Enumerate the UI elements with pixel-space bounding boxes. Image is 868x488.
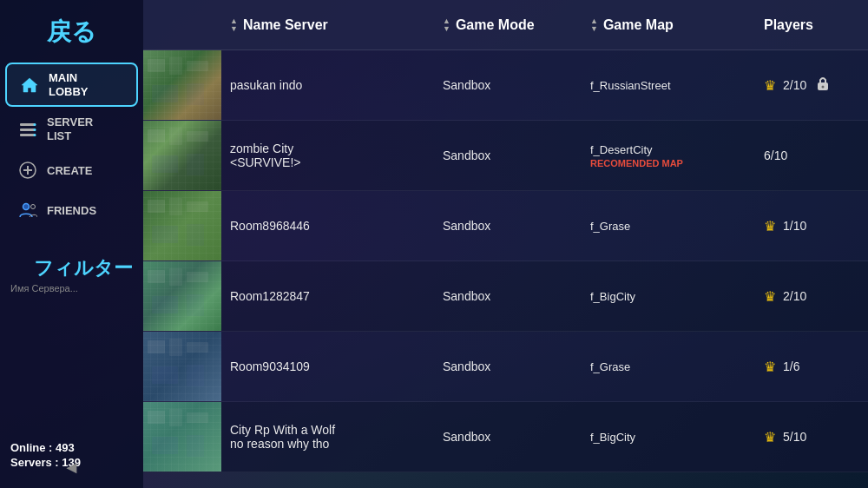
th-players: Players bbox=[755, 17, 868, 33]
nav-icon-server-list bbox=[16, 117, 40, 142]
row-players: ♛2/10 bbox=[755, 67, 868, 104]
th-label-mode: Game Mode bbox=[456, 17, 535, 33]
row-game-mode: Sandbox bbox=[434, 353, 582, 380]
svg-rect-35 bbox=[148, 270, 165, 283]
svg-rect-38 bbox=[152, 296, 178, 313]
row-thumbnail bbox=[143, 402, 221, 472]
row-thumbnail bbox=[143, 261, 221, 331]
table-row[interactable]: City Rp With a Wolf no reason why thoSan… bbox=[143, 402, 868, 472]
svg-rect-12 bbox=[148, 59, 165, 72]
svg-rect-15 bbox=[152, 85, 178, 102]
table-row[interactable]: Room9034109Sandboxf_Grase♛1/6 bbox=[143, 332, 868, 402]
row-server-name: Room1282847 bbox=[221, 282, 434, 310]
svg-rect-14 bbox=[187, 61, 208, 71]
svg-point-6 bbox=[34, 134, 36, 136]
players-count: 2/10 bbox=[783, 289, 806, 303]
svg-rect-2 bbox=[20, 129, 36, 131]
svg-rect-28 bbox=[148, 200, 165, 213]
map-name: f_Grase bbox=[590, 220, 630, 233]
nav-icon-main-lobby bbox=[17, 73, 42, 97]
row-thumbnail bbox=[143, 332, 221, 401]
svg-point-20 bbox=[822, 85, 825, 88]
row-game-mode: Sandbox bbox=[434, 212, 582, 240]
th-mode[interactable]: ▲▼Game Mode bbox=[434, 17, 582, 33]
svg-point-11 bbox=[31, 205, 36, 209]
row-game-mode: Sandbox bbox=[434, 423, 582, 451]
nav-label-main-lobby: MAIN LOBBY bbox=[49, 71, 89, 98]
sort-arrows-mode: ▲▼ bbox=[443, 17, 450, 33]
bottom-back-arrow[interactable]: ◄ bbox=[0, 458, 143, 478]
table-row[interactable]: Room1282847Sandboxf_BigCity♛2/10 bbox=[143, 261, 868, 332]
nav-icon-create bbox=[16, 158, 40, 182]
row-server-name: pasukan indo bbox=[221, 71, 434, 99]
row-players: ♛1/6 bbox=[755, 352, 868, 382]
svg-rect-53 bbox=[187, 435, 204, 457]
row-game-map: f_Grase bbox=[582, 353, 755, 380]
row-game-map: f_BigCity bbox=[582, 283, 755, 310]
svg-rect-32 bbox=[187, 224, 204, 246]
map-name: f_RussianStreet bbox=[590, 79, 671, 92]
row-game-map: f_DesertCityRECOMENDED MAP bbox=[582, 136, 755, 175]
table-row[interactable]: pasukan indoSandboxf_RussianStreet♛2/10 bbox=[143, 50, 868, 121]
sidebar-item-friends[interactable]: FRIENDS bbox=[5, 191, 138, 229]
svg-rect-16 bbox=[187, 83, 204, 105]
svg-rect-43 bbox=[169, 339, 182, 356]
svg-rect-13 bbox=[169, 57, 182, 75]
map-name: f_BigCity bbox=[590, 431, 635, 444]
svg-rect-3 bbox=[20, 134, 36, 136]
sidebar-item-main-lobby[interactable]: MAIN LOBBY bbox=[5, 63, 138, 107]
th-label-map: Game Map bbox=[603, 17, 674, 33]
row-thumbnail bbox=[143, 50, 221, 120]
crown-icon: ♛ bbox=[764, 359, 776, 375]
crown-icon: ♛ bbox=[764, 288, 776, 305]
svg-rect-25 bbox=[187, 154, 204, 175]
svg-rect-23 bbox=[187, 131, 208, 142]
lock-icon bbox=[813, 74, 832, 97]
crown-icon: ♛ bbox=[764, 77, 776, 94]
row-game-mode: Sandbox bbox=[434, 282, 582, 310]
back-button[interactable]: 戻る bbox=[0, 9, 143, 61]
svg-rect-21 bbox=[148, 129, 165, 142]
players-count: 6/10 bbox=[764, 148, 787, 162]
row-game-mode: Sandbox bbox=[434, 142, 582, 169]
row-players: 6/10 bbox=[755, 142, 868, 169]
row-server-name: City Rp With a Wolf no reason why tho bbox=[221, 416, 434, 458]
table-row[interactable]: Room8968446Sandboxf_Grase♛1/10 bbox=[143, 191, 868, 261]
nav-label-friends: FRIENDS bbox=[47, 204, 96, 218]
svg-rect-1 bbox=[20, 123, 36, 126]
svg-point-4 bbox=[34, 123, 36, 126]
svg-rect-31 bbox=[152, 226, 178, 243]
row-server-name: Room9034109 bbox=[221, 353, 434, 380]
row-game-map: f_RussianStreet bbox=[582, 72, 755, 99]
row-game-mode: Sandbox bbox=[434, 71, 582, 99]
svg-rect-22 bbox=[169, 128, 182, 145]
nav-icon-friends bbox=[16, 198, 40, 222]
svg-rect-42 bbox=[148, 340, 165, 353]
filter-section: フィルター Имя Сервера... bbox=[0, 248, 143, 300]
sidebar-item-server-list[interactable]: SERVER LIST bbox=[5, 109, 138, 149]
svg-rect-36 bbox=[169, 268, 182, 286]
online-stat: Online : 493 bbox=[10, 441, 133, 454]
svg-rect-46 bbox=[187, 365, 204, 386]
row-players: ♛5/10 bbox=[755, 422, 868, 452]
recommended-badge: RECOMENDED MAP bbox=[590, 158, 746, 168]
row-thumbnail bbox=[143, 191, 221, 260]
svg-rect-24 bbox=[152, 155, 178, 173]
players-count: 1/6 bbox=[783, 359, 799, 373]
th-label-name: Name Server bbox=[243, 17, 328, 33]
row-players: ♛1/10 bbox=[755, 211, 868, 241]
nav-label-create: CREATE bbox=[47, 164, 92, 178]
svg-rect-29 bbox=[169, 198, 182, 215]
table-body[interactable]: pasukan indoSandboxf_RussianStreet♛2/10 … bbox=[143, 50, 868, 488]
th-map[interactable]: ▲▼Game Map bbox=[582, 17, 755, 33]
filter-title: フィルター bbox=[10, 255, 133, 281]
th-name[interactable]: ▲▼Name Server bbox=[221, 17, 434, 33]
sidebar-item-create[interactable]: CREATE bbox=[5, 151, 138, 189]
table-row[interactable]: zombie City <SURVIVE!>Sandboxf_DesertCit… bbox=[143, 121, 868, 191]
svg-rect-51 bbox=[187, 412, 208, 423]
map-name: f_BigCity bbox=[590, 290, 635, 303]
players-count: 1/10 bbox=[783, 219, 806, 233]
row-server-name: Room8968446 bbox=[221, 212, 434, 240]
row-game-map: f_Grase bbox=[582, 213, 755, 240]
map-name: f_Grase bbox=[590, 360, 630, 373]
